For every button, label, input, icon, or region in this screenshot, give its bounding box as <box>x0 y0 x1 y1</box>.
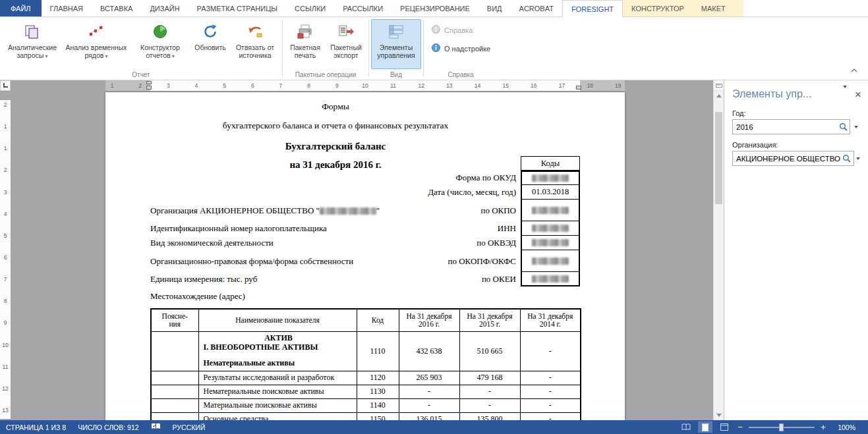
zoom-slider-thumb[interactable] <box>779 423 784 431</box>
page-indicator[interactable]: СТРАНИЦА 1 ИЗ 8 <box>0 423 72 431</box>
organization-combobox[interactable]: АКЦИОНЕРНОЕ ОБЩЕСТВО <box>732 151 854 166</box>
note-cell <box>151 412 198 420</box>
code-cell: 1120 <box>357 371 399 385</box>
report-builder-button[interactable]: Конструктор отчетов <box>130 19 190 69</box>
button-label: Аналитические запросы <box>3 43 62 61</box>
codes-header-cell: Коды <box>521 156 580 171</box>
year-field-label: Год: <box>732 109 860 117</box>
time-series-analysis-button[interactable]: Анализ временных рядов <box>63 19 130 69</box>
code-label: ИНН <box>498 223 516 234</box>
batch-export-icon <box>337 22 355 41</box>
proofing-icon[interactable] <box>145 423 167 431</box>
vertical-scrollbar[interactable] <box>713 80 724 420</box>
ribbon-tab[interactable]: FORESIGHT <box>562 0 623 17</box>
document-page[interactable]: Формы бухгалтерского баланса и отчета о … <box>105 92 625 420</box>
organization-field-label: Организация: <box>732 141 860 149</box>
organization-dropdown-button[interactable] <box>854 157 860 160</box>
refresh-button[interactable]: Обновить <box>190 19 230 69</box>
value-cell: - <box>520 398 581 412</box>
chevron-up-icon <box>851 63 857 75</box>
button-label: Анализ временных рядов <box>63 43 129 61</box>
status-bar: СТРАНИЦА 1 ИЗ 8 ЧИСЛО СЛОВ: 912 РУССКИЙ … <box>0 420 868 434</box>
ruler-number: 2 <box>136 82 144 89</box>
indent-marker-left[interactable] <box>146 86 152 90</box>
batch-export-button[interactable]: Пакетный экспорт <box>326 19 366 69</box>
ribbon-tab[interactable]: МАКЕТ <box>693 0 734 16</box>
horizontal-ruler[interactable]: 12345678910111213141516171819 <box>0 80 713 91</box>
analytical-queries-button[interactable]: Аналитические запросы <box>2 19 63 69</box>
ruler-toggle-button[interactable] <box>714 80 724 91</box>
ribbon-tab[interactable]: ACROBAT <box>511 0 562 16</box>
scroll-down-button[interactable] <box>714 410 724 420</box>
year-dropdown-button[interactable] <box>850 126 860 128</box>
button-label: Конструктор отчетов <box>130 43 190 61</box>
balance-header-cell: Наименование показателя <box>198 309 357 331</box>
table-row: Материальные поисковые активы1140--- <box>151 398 581 412</box>
zoom-level[interactable]: 100% <box>832 423 861 431</box>
ribbon-group-batch-operations: Пакетная печать Пакетный экспорт Пакетны… <box>283 17 368 80</box>
info-row: Идентификационный номер налогоплательщик… <box>150 221 580 236</box>
zoom-out-button[interactable] <box>736 422 744 432</box>
zoom-in-button[interactable] <box>819 422 827 432</box>
collapse-ribbon-button[interactable] <box>847 64 861 74</box>
code-label: по ОКВЭД <box>477 238 516 248</box>
ruler-number: 13 <box>2 407 8 414</box>
ribbon-tab[interactable]: ВИД <box>478 0 511 16</box>
indent-marker-first-line[interactable] <box>146 81 152 84</box>
tab-stop-selector[interactable] <box>0 80 11 91</box>
ribbon-tab[interactable]: РАЗМЕТКА СТРАНИЦЫ <box>188 0 286 16</box>
ribbon-tab[interactable]: ФАЙЛ <box>0 0 42 16</box>
help-button[interactable]: Справка <box>428 23 493 37</box>
ribbon-tab[interactable]: ССЫЛКИ <box>286 0 334 16</box>
pane-menu-button[interactable] <box>843 88 847 100</box>
controls-toggle-button[interactable]: Элементы управления <box>371 19 421 69</box>
ribbon-tab[interactable]: ДИЗАЙН <box>141 0 188 16</box>
print-layout-button[interactable] <box>698 421 712 433</box>
analytical-queries-icon <box>24 22 41 41</box>
code-label: по ОКЕИ <box>482 274 516 285</box>
ribbon-tab[interactable]: РЕЦЕНЗИРОВАНИЕ <box>391 0 478 16</box>
task-pane: Элементы упр... Год: 2016 Организация: А… <box>724 80 868 420</box>
ruler-number: 9 <box>4 319 7 326</box>
note-cell <box>151 331 198 371</box>
ruler-number: 11 <box>3 364 9 370</box>
search-icon[interactable] <box>836 122 850 131</box>
unlink-from-source-button[interactable]: Отвязать от источника <box>230 19 280 69</box>
balance-body: АКТИВI. ВНЕОБОРОТНЫЕ АКТИВЫНематериальны… <box>151 331 581 420</box>
ruler-number: 17 <box>558 82 566 89</box>
code-label: по ОКОПФ/ОКФС <box>448 256 516 267</box>
batch-print-button[interactable]: Пакетная печать <box>285 19 326 69</box>
task-pane-title: Элементы упр... <box>732 88 843 100</box>
scroll-up-button[interactable] <box>714 91 724 101</box>
reading-mode-button[interactable] <box>679 421 693 433</box>
ribbon-tab[interactable]: ВСТАВКА <box>92 0 141 16</box>
value-cell: - <box>459 398 520 412</box>
ribbon-tab[interactable]: КОНСТРУКТОР <box>623 0 693 16</box>
ribbon-tab[interactable]: РАССЫЛКИ <box>334 0 391 16</box>
info-row-text: Идентификационный номер налогоплательщик… <box>150 223 498 234</box>
search-icon[interactable] <box>840 154 854 163</box>
balance-header-cell: На 31 декабря 2014 г. <box>520 309 581 331</box>
word-count[interactable]: ЧИСЛО СЛОВ: 912 <box>72 423 144 431</box>
ruler-number: 11 <box>390 82 397 89</box>
language-indicator[interactable]: РУССКИЙ <box>167 423 212 431</box>
web-layout-button[interactable] <box>717 421 732 433</box>
redacted-text <box>532 275 569 283</box>
ruler-number: 5 <box>221 82 229 89</box>
scrollbar-thumb[interactable] <box>715 112 722 204</box>
ruler-number: 3 <box>4 189 7 196</box>
info-row: Дата (число, месяц, год)01.03.2018 <box>150 185 580 200</box>
close-pane-button[interactable] <box>855 89 861 100</box>
year-combobox[interactable]: 2016 <box>732 119 850 134</box>
indent-marker-right[interactable] <box>576 86 581 90</box>
codes-rows: Форма по ОКУДДата (число, месяц, год)01.… <box>150 171 580 286</box>
vertical-ruler[interactable]: 2112345678910111213 <box>0 91 11 420</box>
button-label: Пакетная печать <box>285 43 325 59</box>
doc-heading: Формы <box>150 101 521 112</box>
zoom-slider[interactable] <box>749 427 815 428</box>
ribbon-tab[interactable]: ГЛАВНАЯ <box>42 0 92 16</box>
balance-header-row: Поясне- нияНаименование показателяКодНа … <box>151 309 581 331</box>
info-row: Единица измерения: тыс. рубпо ОКЕИ <box>150 272 580 286</box>
value-cell: 136 015 <box>399 412 459 420</box>
about-addin-button[interactable]: О надстройке <box>428 41 493 55</box>
